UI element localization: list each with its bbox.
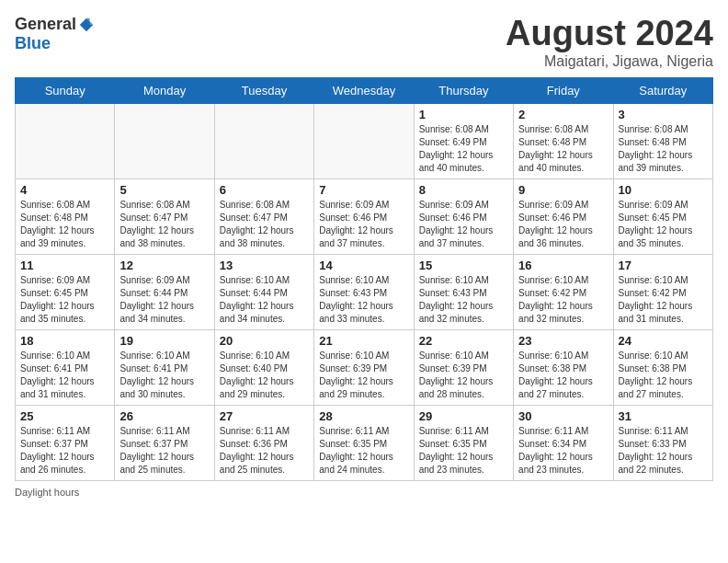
day-info: Sunrise: 6:11 AM Sunset: 6:33 PM Dayligh… <box>619 425 708 477</box>
calendar-cell: 6Sunrise: 6:08 AM Sunset: 6:47 PM Daylig… <box>214 178 313 254</box>
calendar-cell: 11Sunrise: 6:09 AM Sunset: 6:45 PM Dayli… <box>16 254 115 329</box>
day-info: Sunrise: 6:10 AM Sunset: 6:43 PM Dayligh… <box>419 274 508 326</box>
calendar-week-row: 1Sunrise: 6:08 AM Sunset: 6:49 PM Daylig… <box>16 103 713 178</box>
calendar-cell: 4Sunrise: 6:08 AM Sunset: 6:48 PM Daylig… <box>16 178 115 254</box>
calendar-day-header: Tuesday <box>214 77 313 103</box>
day-number: 12 <box>119 259 209 272</box>
day-info: Sunrise: 6:08 AM Sunset: 6:49 PM Dayligh… <box>419 123 508 175</box>
calendar-cell: 23Sunrise: 6:10 AM Sunset: 6:38 PM Dayli… <box>514 329 613 405</box>
calendar-cell: 19Sunrise: 6:10 AM Sunset: 6:41 PM Dayli… <box>115 329 214 405</box>
day-number: 27 <box>220 409 309 423</box>
logo-blue-text: Blue <box>15 34 51 52</box>
logo: General Blue <box>15 15 95 53</box>
logo-icon <box>78 17 95 33</box>
calendar-cell: 1Sunrise: 6:08 AM Sunset: 6:49 PM Daylig… <box>414 103 513 178</box>
day-info: Sunrise: 6:10 AM Sunset: 6:42 PM Dayligh… <box>619 274 708 326</box>
calendar-cell <box>314 103 414 178</box>
day-number: 4 <box>20 183 109 197</box>
day-info: Sunrise: 6:08 AM Sunset: 6:48 PM Dayligh… <box>619 123 708 175</box>
day-info: Sunrise: 6:09 AM Sunset: 6:46 PM Dayligh… <box>518 199 608 250</box>
day-number: 28 <box>319 409 408 423</box>
day-number: 2 <box>518 108 608 121</box>
calendar-cell <box>16 103 115 178</box>
day-number: 22 <box>419 334 508 348</box>
calendar-cell: 15Sunrise: 6:10 AM Sunset: 6:43 PM Dayli… <box>414 254 513 329</box>
day-info: Sunrise: 6:11 AM Sunset: 6:35 PM Dayligh… <box>419 425 508 477</box>
day-info: Sunrise: 6:09 AM Sunset: 6:45 PM Dayligh… <box>20 274 109 326</box>
location: Maigatari, Jigawa, Nigeria <box>506 53 713 70</box>
day-number: 17 <box>619 259 708 272</box>
day-number: 6 <box>220 183 309 197</box>
calendar-cell: 27Sunrise: 6:11 AM Sunset: 6:36 PM Dayli… <box>214 405 313 480</box>
calendar-cell <box>214 103 313 178</box>
day-number: 13 <box>220 259 309 272</box>
day-info: Sunrise: 6:11 AM Sunset: 6:36 PM Dayligh… <box>220 425 309 477</box>
page-header: General Blue August 2024 Maigatari, Jiga… <box>15 15 713 70</box>
calendar-cell: 25Sunrise: 6:11 AM Sunset: 6:37 PM Dayli… <box>16 405 115 480</box>
calendar-cell: 22Sunrise: 6:10 AM Sunset: 6:39 PM Dayli… <box>414 329 513 405</box>
day-info: Sunrise: 6:08 AM Sunset: 6:48 PM Dayligh… <box>518 123 608 175</box>
calendar-week-row: 18Sunrise: 6:10 AM Sunset: 6:41 PM Dayli… <box>16 329 713 405</box>
day-number: 10 <box>619 183 708 197</box>
calendar-cell: 30Sunrise: 6:11 AM Sunset: 6:34 PM Dayli… <box>514 405 613 480</box>
calendar-cell: 29Sunrise: 6:11 AM Sunset: 6:35 PM Dayli… <box>414 405 513 480</box>
calendar-week-row: 25Sunrise: 6:11 AM Sunset: 6:37 PM Dayli… <box>16 405 713 480</box>
calendar-day-header: Saturday <box>613 77 712 103</box>
day-number: 26 <box>119 409 209 423</box>
logo-general-text: General <box>15 15 76 34</box>
day-number: 1 <box>419 108 508 121</box>
calendar-week-row: 4Sunrise: 6:08 AM Sunset: 6:48 PM Daylig… <box>16 178 713 254</box>
calendar-cell: 24Sunrise: 6:10 AM Sunset: 6:38 PM Dayli… <box>613 329 712 405</box>
day-number: 23 <box>518 334 608 348</box>
day-info: Sunrise: 6:10 AM Sunset: 6:44 PM Dayligh… <box>220 274 309 326</box>
day-number: 16 <box>518 259 608 272</box>
day-number: 9 <box>518 183 608 197</box>
day-info: Sunrise: 6:10 AM Sunset: 6:38 PM Dayligh… <box>619 350 708 401</box>
day-number: 15 <box>419 259 508 272</box>
calendar-day-header: Sunday <box>16 77 115 103</box>
calendar-cell: 28Sunrise: 6:11 AM Sunset: 6:35 PM Dayli… <box>314 405 414 480</box>
calendar-cell: 31Sunrise: 6:11 AM Sunset: 6:33 PM Dayli… <box>613 405 712 480</box>
day-info: Sunrise: 6:11 AM Sunset: 6:34 PM Dayligh… <box>518 425 608 477</box>
day-info: Sunrise: 6:10 AM Sunset: 6:41 PM Dayligh… <box>20 350 109 401</box>
calendar-cell: 2Sunrise: 6:08 AM Sunset: 6:48 PM Daylig… <box>514 103 613 178</box>
day-info: Sunrise: 6:10 AM Sunset: 6:38 PM Dayligh… <box>518 350 608 401</box>
calendar-week-row: 11Sunrise: 6:09 AM Sunset: 6:45 PM Dayli… <box>16 254 713 329</box>
day-number: 30 <box>518 409 608 423</box>
calendar-day-header: Thursday <box>414 77 513 103</box>
calendar-cell: 26Sunrise: 6:11 AM Sunset: 6:37 PM Dayli… <box>115 405 214 480</box>
calendar-cell: 17Sunrise: 6:10 AM Sunset: 6:42 PM Dayli… <box>613 254 712 329</box>
calendar-cell: 12Sunrise: 6:09 AM Sunset: 6:44 PM Dayli… <box>115 254 214 329</box>
day-number: 3 <box>619 108 708 121</box>
calendar-cell: 7Sunrise: 6:09 AM Sunset: 6:46 PM Daylig… <box>314 178 414 254</box>
day-number: 11 <box>20 259 109 272</box>
day-number: 20 <box>220 334 309 348</box>
day-info: Sunrise: 6:10 AM Sunset: 6:39 PM Dayligh… <box>319 350 408 401</box>
day-info: Sunrise: 6:10 AM Sunset: 6:41 PM Dayligh… <box>119 350 209 401</box>
day-number: 5 <box>119 183 209 197</box>
month-title: August 2024 <box>506 15 713 53</box>
day-info: Sunrise: 6:10 AM Sunset: 6:43 PM Dayligh… <box>319 274 408 326</box>
calendar-cell: 14Sunrise: 6:10 AM Sunset: 6:43 PM Dayli… <box>314 254 414 329</box>
calendar-cell: 8Sunrise: 6:09 AM Sunset: 6:46 PM Daylig… <box>414 178 513 254</box>
title-block: August 2024 Maigatari, Jigawa, Nigeria <box>506 15 713 70</box>
day-info: Sunrise: 6:09 AM Sunset: 6:46 PM Dayligh… <box>319 199 408 250</box>
calendar-day-header: Friday <box>514 77 613 103</box>
calendar-cell: 13Sunrise: 6:10 AM Sunset: 6:44 PM Dayli… <box>214 254 313 329</box>
calendar-cell: 5Sunrise: 6:08 AM Sunset: 6:47 PM Daylig… <box>115 178 214 254</box>
day-info: Sunrise: 6:08 AM Sunset: 6:47 PM Dayligh… <box>119 199 209 250</box>
calendar-cell: 16Sunrise: 6:10 AM Sunset: 6:42 PM Dayli… <box>514 254 613 329</box>
day-number: 19 <box>119 334 209 348</box>
calendar-cell: 18Sunrise: 6:10 AM Sunset: 6:41 PM Dayli… <box>16 329 115 405</box>
footer-note: Daylight hours <box>15 487 713 498</box>
calendar-cell: 20Sunrise: 6:10 AM Sunset: 6:40 PM Dayli… <box>214 329 313 405</box>
day-number: 7 <box>319 183 408 197</box>
day-info: Sunrise: 6:09 AM Sunset: 6:46 PM Dayligh… <box>419 199 508 250</box>
day-info: Sunrise: 6:11 AM Sunset: 6:37 PM Dayligh… <box>20 425 109 477</box>
calendar-header-row: SundayMondayTuesdayWednesdayThursdayFrid… <box>16 77 713 103</box>
day-number: 18 <box>20 334 109 348</box>
day-number: 29 <box>419 409 508 423</box>
calendar-table: SundayMondayTuesdayWednesdayThursdayFrid… <box>15 77 713 481</box>
day-info: Sunrise: 6:08 AM Sunset: 6:48 PM Dayligh… <box>20 199 109 250</box>
day-info: Sunrise: 6:10 AM Sunset: 6:42 PM Dayligh… <box>518 274 608 326</box>
